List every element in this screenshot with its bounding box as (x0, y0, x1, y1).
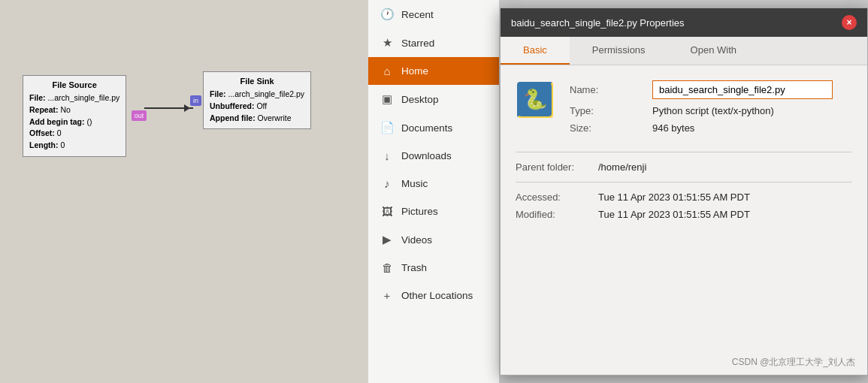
sidebar-item-home[interactable]: ⌂ Home (368, 57, 499, 85)
dialog-tabs: Basic Permissions Open With (501, 37, 867, 65)
sidebar-item-desktop-label: Desktop (401, 94, 439, 105)
file-manager-sidebar: 🕐 Recent ★ Starred ⌂ Home ▣ Desktop 📄 Do… (368, 0, 500, 383)
properties-dialog: baidu_search_single_file2.py Properties … (500, 8, 868, 375)
sidebar-item-other-label: Other Locations (401, 290, 473, 301)
sidebar-item-other-locations[interactable]: + Other Locations (368, 282, 499, 309)
name-row: Name: (570, 80, 852, 99)
file-source-row-length: Length: 0 (29, 140, 119, 152)
videos-icon: ▶ (380, 233, 394, 246)
sidebar-item-starred-label: Starred (401, 38, 434, 49)
file-sink-row-append: Append file: Overwrite (210, 113, 304, 125)
sidebar-item-documents-label: Documents (401, 122, 452, 134)
name-input[interactable] (652, 80, 833, 99)
parent-label: Parent folder: (516, 161, 598, 173)
sidebar-item-pictures-label: Pictures (401, 206, 438, 217)
accessed-row: Accessed: Tue 11 Apr 2023 01:51:55 AM PD… (516, 192, 852, 203)
sidebar-item-trash-label: Trash (401, 262, 427, 273)
python-svg: 🐍 (519, 83, 552, 116)
svg-text:🐍: 🐍 (523, 87, 548, 111)
type-row: Type: Python script (text/x-python) (570, 105, 852, 116)
size-label: Size: (570, 122, 652, 134)
desktop-icon: ▣ (380, 92, 394, 106)
sidebar-item-music[interactable]: ♪ Music (368, 170, 499, 198)
modified-row: Modified: Tue 11 Apr 2023 01:51:55 AM PD… (516, 209, 852, 220)
file-info-row: 🐍 Name: Type: Python script (text/x-pyth… (516, 80, 852, 140)
size-value: 946 bytes (652, 122, 694, 134)
file-source-row-tag: Add begin tag: () (29, 116, 119, 128)
documents-icon: 📄 (380, 121, 394, 134)
tab-permissions[interactable]: Permissions (570, 37, 668, 65)
file-source-row-file: File: ...arch_single_file.py (29, 92, 119, 104)
separator (516, 152, 852, 152)
separator2 (516, 182, 852, 182)
file-sink-row-file: File: ...arch_single_file2.py (210, 89, 304, 101)
sidebar-item-trash[interactable]: 🗑 Trash (368, 254, 499, 282)
sidebar-item-desktop[interactable]: ▣ Desktop (368, 85, 499, 113)
file-source-title: File Source (29, 80, 119, 89)
parent-value: /home/renji (598, 161, 646, 173)
star-icon: ★ (380, 36, 394, 50)
accessed-value: Tue 11 Apr 2023 01:51:55 AM PDT (598, 192, 750, 203)
dialog-content: 🐍 Name: Type: Python script (text/x-pyth… (501, 65, 867, 375)
port-out[interactable]: out (132, 110, 147, 121)
sidebar-item-pictures[interactable]: 🖼 Pictures (368, 198, 499, 225)
sidebar-item-recent[interactable]: 🕐 Recent (368, 0, 499, 29)
sidebar-item-videos[interactable]: ▶ Videos (368, 225, 499, 254)
watermark: CSDN @北京理工大学_刘人杰 (732, 356, 855, 369)
connection-arrow (144, 107, 193, 109)
flowchart-area: File Source File: ...arch_single_file.py… (0, 0, 368, 383)
file-sink-row-unbuffered: Unbuffered: Off (210, 101, 304, 113)
size-row: Size: 946 bytes (570, 122, 852, 134)
pictures-icon: 🖼 (380, 205, 394, 218)
sidebar-item-recent-label: Recent (401, 9, 434, 20)
dialog-title: baidu_search_single_file2.py Properties (511, 17, 685, 29)
recent-icon: 🕐 (380, 8, 394, 21)
tab-basic[interactable]: Basic (501, 37, 570, 65)
type-label: Type: (570, 105, 652, 116)
sidebar-item-music-label: Music (401, 178, 428, 189)
python-icon: 🐍 (517, 82, 553, 118)
home-icon: ⌂ (380, 65, 394, 77)
file-source-row-repeat: Repeat: No (29, 104, 119, 116)
name-label: Name: (570, 84, 652, 95)
sidebar-item-downloads-label: Downloads (401, 150, 452, 161)
close-button[interactable]: × (842, 15, 857, 30)
downloads-icon: ↓ (380, 149, 394, 162)
accessed-label: Accessed: (516, 192, 598, 203)
dialog-titlebar: baidu_search_single_file2.py Properties … (501, 8, 867, 37)
modified-label: Modified: (516, 209, 598, 220)
sidebar-item-home-label: Home (401, 65, 428, 77)
sidebar-item-starred[interactable]: ★ Starred (368, 29, 499, 57)
music-icon: ♪ (380, 177, 394, 190)
sidebar-item-videos-label: Videos (401, 234, 432, 246)
file-details: Name: Type: Python script (text/x-python… (570, 80, 852, 140)
sidebar-item-documents[interactable]: 📄 Documents (368, 113, 499, 142)
file-sink-node[interactable]: in File Sink File: ...arch_single_file2.… (203, 71, 311, 129)
parent-row: Parent folder: /home/renji (516, 161, 852, 173)
file-source-node[interactable]: File Source File: ...arch_single_file.py… (23, 75, 126, 157)
other-icon: + (380, 289, 394, 302)
file-sink-title: File Sink (210, 77, 304, 86)
modified-value: Tue 11 Apr 2023 01:51:55 AM PDT (598, 209, 750, 220)
type-value: Python script (text/x-python) (652, 105, 774, 116)
sidebar-item-downloads[interactable]: ↓ Downloads (368, 142, 499, 170)
port-in[interactable]: in (190, 95, 201, 106)
file-icon-large: 🐍 (516, 80, 555, 119)
tab-open-with[interactable]: Open With (668, 37, 759, 65)
file-source-row-offset: Offset: 0 (29, 128, 119, 140)
trash-icon: 🗑 (380, 261, 394, 274)
